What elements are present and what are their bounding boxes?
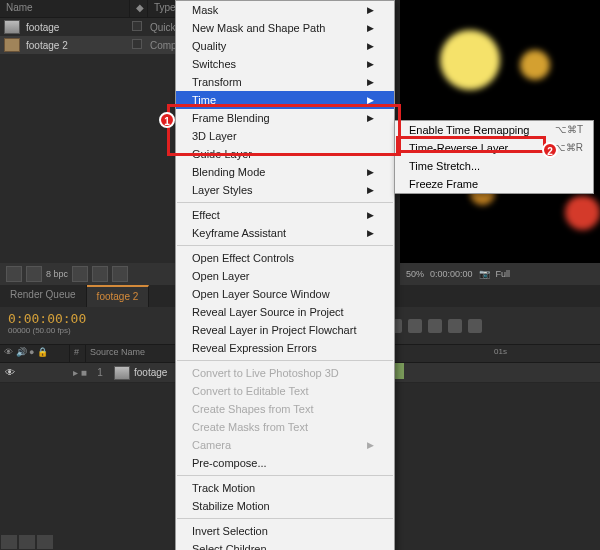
submenu-arrow-icon: ▶: [367, 440, 374, 450]
submenu-arrow-icon: ▶: [367, 77, 374, 87]
menu-mask-shape-path[interactable]: New Mask and Shape Path▶: [176, 19, 394, 37]
menu-separator: [177, 518, 393, 519]
submenu-arrow-icon: ▶: [367, 113, 374, 123]
menu-select-children[interactable]: Select Children: [176, 540, 394, 550]
menu-effect[interactable]: Effect▶: [176, 206, 394, 224]
menu-keyframe-assistant[interactable]: Keyframe Assistant▶: [176, 224, 394, 242]
menu-separator: [177, 360, 393, 361]
bokeh-light: [520, 50, 550, 80]
menu-reveal-in-project[interactable]: Reveal Layer Source in Project: [176, 303, 394, 321]
col-name[interactable]: Name: [0, 0, 130, 17]
menu-convert-editable-text: Convert to Editable Text: [176, 382, 394, 400]
shortcut-label: ⌥⌘T: [555, 124, 583, 136]
menu-track-motion[interactable]: Track Motion: [176, 479, 394, 497]
shy-icon[interactable]: [408, 319, 422, 333]
menu-layer-styles[interactable]: Layer Styles▶: [176, 181, 394, 199]
menu-separator: [177, 202, 393, 203]
menu-precompose[interactable]: Pre-compose...: [176, 454, 394, 472]
zoom-percent[interactable]: 50%: [406, 269, 424, 279]
layer-number: 1: [90, 367, 110, 378]
resolution-select[interactable]: Full: [496, 269, 511, 279]
item-name: footage 2: [24, 40, 132, 51]
submenu-time-stretch[interactable]: Time Stretch...: [395, 157, 593, 175]
time-submenu: Enable Time Remapping⌥⌘T Time-Reverse La…: [394, 120, 594, 194]
av-columns: 👁 🔊 ● 🔒: [0, 345, 70, 362]
toggle-modes-button[interactable]: [19, 535, 35, 549]
submenu-arrow-icon: ▶: [367, 59, 374, 69]
new-folder-button[interactable]: [92, 266, 108, 282]
menu-reveal-expression-errors[interactable]: Reveal Expression Errors: [176, 339, 394, 357]
preview-timecode[interactable]: 0:00:00:00: [430, 269, 473, 279]
new-comp-button[interactable]: [72, 266, 88, 282]
submenu-freeze-frame[interactable]: Freeze Frame: [395, 175, 593, 193]
menu-switches[interactable]: Switches▶: [176, 55, 394, 73]
menu-separator: [177, 475, 393, 476]
menu-create-shapes-text: Create Shapes from Text: [176, 400, 394, 418]
menu-quality[interactable]: Quality▶: [176, 37, 394, 55]
menu-time[interactable]: Time▶: [176, 91, 394, 109]
tab-composition[interactable]: footage 2: [87, 285, 150, 307]
visibility-toggle[interactable]: 👁: [0, 367, 20, 378]
toggle-in-out-button[interactable]: [37, 535, 53, 549]
menu-open-effect-controls[interactable]: Open Effect Controls: [176, 249, 394, 267]
menu-separator: [177, 245, 393, 246]
menu-reveal-in-flowchart[interactable]: Reveal Layer in Project Flowchart: [176, 321, 394, 339]
menu-open-layer-source[interactable]: Open Layer Source Window: [176, 285, 394, 303]
interpret-button[interactable]: [26, 266, 42, 282]
shortcut-label: ⌥⌘R: [554, 142, 583, 154]
menu-invert-selection[interactable]: Invert Selection: [176, 522, 394, 540]
menu-3d-layer[interactable]: 3D Layer: [176, 127, 394, 145]
menu-guide-layer[interactable]: Guide Layer: [176, 145, 394, 163]
frame-blend-icon[interactable]: [428, 319, 442, 333]
menu-frame-blending[interactable]: Frame Blending▶: [176, 109, 394, 127]
layer-index-color[interactable]: ▸ ■: [70, 367, 90, 378]
menu-create-masks-text: Create Masks from Text: [176, 418, 394, 436]
submenu-arrow-icon: ▶: [367, 41, 374, 51]
flowchart-button[interactable]: [6, 266, 22, 282]
bpc-label[interactable]: 8 bpc: [46, 269, 68, 279]
ruler-tick: 01s: [494, 347, 507, 356]
menu-mask[interactable]: Mask▶: [176, 1, 394, 19]
menu-convert-photoshop-3d: Convert to Live Photoshop 3D: [176, 364, 394, 382]
submenu-time-reverse-layer[interactable]: Time-Reverse Layer⌥⌘R: [395, 139, 593, 157]
bokeh-light: [565, 195, 600, 230]
graph-editor-icon[interactable]: [468, 319, 482, 333]
toggle-switches-button[interactable]: [1, 535, 17, 549]
submenu-arrow-icon: ▶: [367, 210, 374, 220]
item-tag: [132, 21, 150, 33]
preview-controls: 50% 0:00:00:00 📷 Full: [400, 263, 600, 285]
menu-stabilize-motion[interactable]: Stabilize Motion: [176, 497, 394, 515]
submenu-arrow-icon: ▶: [367, 95, 374, 105]
submenu-arrow-icon: ▶: [367, 167, 374, 177]
camera-icon[interactable]: 📷: [479, 269, 490, 279]
submenu-arrow-icon: ▶: [367, 185, 374, 195]
submenu-enable-time-remapping[interactable]: Enable Time Remapping⌥⌘T: [395, 121, 593, 139]
col-tag[interactable]: ◆: [130, 0, 148, 17]
delete-button[interactable]: [112, 266, 128, 282]
submenu-arrow-icon: ▶: [367, 5, 374, 15]
item-tag: [132, 39, 150, 51]
submenu-arrow-icon: ▶: [367, 228, 374, 238]
bokeh-light: [440, 30, 500, 90]
annotation-badge-1: 1: [159, 112, 175, 128]
item-name: footage: [24, 22, 132, 33]
motion-blur-icon[interactable]: [448, 319, 462, 333]
menu-blending-mode[interactable]: Blending Mode▶: [176, 163, 394, 181]
menu-transform[interactable]: Transform▶: [176, 73, 394, 91]
tab-render-queue[interactable]: Render Queue: [0, 285, 87, 307]
footage-icon: [114, 366, 130, 380]
annotation-badge-2: 2: [542, 142, 558, 158]
submenu-arrow-icon: ▶: [367, 23, 374, 33]
menu-open-layer[interactable]: Open Layer: [176, 267, 394, 285]
footage-icon: [4, 20, 20, 34]
menu-camera: Camera▶: [176, 436, 394, 454]
composition-icon: [4, 38, 20, 52]
layer-context-menu: Mask▶ New Mask and Shape Path▶ Quality▶ …: [175, 0, 395, 550]
